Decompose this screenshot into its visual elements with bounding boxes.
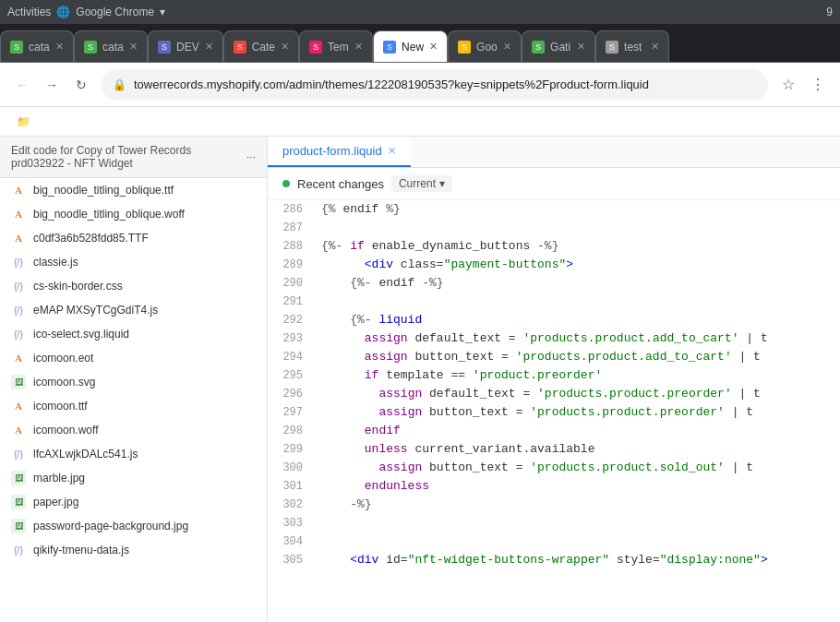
code-line: 298 endif xyxy=(268,422,840,440)
file-item[interactable]: 🖼 icomoon.svg xyxy=(0,370,267,394)
file-name: icomoon.eot xyxy=(33,352,93,365)
file-item[interactable]: {/} classie.js xyxy=(0,250,267,274)
file-item[interactable]: A icomoon.eot xyxy=(0,346,267,370)
browser-tab-tab9[interactable]: S test ✕ xyxy=(595,30,669,62)
address-bar[interactable]: 🔒 towerrecords.myshopify.com/admin/theme… xyxy=(102,69,768,101)
sidebar-header: Edit code for Copy of Tower Records prd0… xyxy=(0,137,267,178)
tab-label: test xyxy=(624,41,645,54)
tab-close-icon[interactable]: ✕ xyxy=(503,41,511,53)
back-button[interactable]: ← xyxy=(9,72,35,98)
tab-label: DEV xyxy=(176,41,199,54)
line-code[interactable]: {%- if enable_dynamic_buttons -%} xyxy=(314,237,840,256)
line-number: 298 xyxy=(268,422,314,440)
current-button[interactable]: Current ▾ xyxy=(391,175,452,192)
line-code[interactable]: assign button_text = 'products.product.s… xyxy=(314,459,840,477)
file-list: A big_noodle_titling_oblique.ttf A big_n… xyxy=(0,178,267,562)
file-item[interactable]: A big_noodle_titling_oblique.woff xyxy=(0,202,267,226)
file-name: big_noodle_titling_oblique.woff xyxy=(33,208,185,221)
file-name: qikify-tmenu-data.js xyxy=(33,544,129,556)
file-item[interactable]: 🖼 paper.jpg xyxy=(0,490,267,514)
tab-close-icon[interactable]: ✕ xyxy=(55,41,64,53)
browser-tab-tab1[interactable]: S cata ✕ xyxy=(0,30,74,62)
tab-bar: S cata ✕ S cata ✕ S DEV ✕ S Cate ✕ S Tem… xyxy=(0,24,840,63)
code-line: 292 {%- liquid xyxy=(268,311,840,329)
image-icon: 🖼 xyxy=(11,375,26,389)
browser-tab-tab2[interactable]: S cata ✕ xyxy=(74,30,148,62)
line-number: 292 xyxy=(268,311,314,329)
line-code[interactable]: {%- endif -%} xyxy=(314,274,840,293)
dropdown-icon[interactable]: ▾ xyxy=(160,6,165,18)
chrome-toolbar: ← → ↻ 🔒 towerrecords.myshopify.com/admin… xyxy=(0,63,840,107)
line-code[interactable]: assign default_text = 'products.product.… xyxy=(314,329,840,348)
file-name: lfcAXLwjkDALc541.js xyxy=(33,448,138,461)
tab-close-icon[interactable]: ✕ xyxy=(281,41,289,53)
tab-close-icon[interactable]: ✕ xyxy=(429,41,438,53)
activities-label[interactable]: Activities xyxy=(7,6,51,18)
line-code[interactable]: if template == 'product.preorder' xyxy=(314,366,840,385)
code-icon: {/} xyxy=(11,447,26,461)
line-code[interactable]: {% endif %} xyxy=(314,200,840,219)
file-item[interactable]: 🖼 password-page-background.jpg xyxy=(0,514,267,538)
line-number: 289 xyxy=(268,256,314,274)
tab-close-icon[interactable]: ✕ xyxy=(129,41,138,53)
line-number: 295 xyxy=(268,366,314,385)
tab-close-icon[interactable]: ✕ xyxy=(577,41,585,53)
browser-tab-tab5[interactable]: S Tem ✕ xyxy=(299,30,373,62)
file-item[interactable]: {/} lfcAXLwjkDALc541.js xyxy=(0,442,267,466)
file-item[interactable]: {/} cs-skin-border.css xyxy=(0,274,267,298)
tab-favicon: S xyxy=(606,41,618,54)
line-code[interactable]: endunless xyxy=(314,477,840,496)
line-number: 288 xyxy=(268,237,314,256)
file-item[interactable]: 🖼 marble.jpg xyxy=(0,466,267,490)
line-code[interactable]: {%- liquid xyxy=(314,311,840,329)
code-icon: {/} xyxy=(11,327,26,341)
tab-close-icon[interactable]: ✕ xyxy=(354,41,363,53)
file-item[interactable]: {/} eMAP MXSyTCgGdiT4.js xyxy=(0,298,267,322)
code-line: 304 xyxy=(268,532,840,551)
tab-favicon: S xyxy=(84,41,97,54)
editor-tab-close-icon[interactable]: ✕ xyxy=(388,145,396,157)
browser-tab-tab8[interactable]: S Gati ✕ xyxy=(522,30,595,62)
forward-button[interactable]: → xyxy=(39,72,65,98)
tab-close-icon[interactable]: ✕ xyxy=(651,41,659,53)
bookmark-icon: 📁 xyxy=(17,115,30,128)
file-name: classie.js xyxy=(33,256,78,269)
file-item[interactable]: {/} ico-select.svg.liquid xyxy=(0,322,267,346)
line-code[interactable]: unless current_variant.available xyxy=(314,440,840,459)
tab-label: New xyxy=(402,41,424,54)
line-code[interactable]: assign default_text = 'products.product.… xyxy=(314,385,840,403)
bookmark-star-button[interactable]: ☆ xyxy=(775,72,801,98)
tab-favicon: S xyxy=(158,41,171,54)
line-code[interactable]: <div id="nft-widget-buttons-wrapper" sty… xyxy=(314,551,840,569)
file-item[interactable]: A icomoon.ttf xyxy=(0,394,267,418)
extensions-button[interactable]: ⋮ xyxy=(805,72,831,98)
code-editor[interactable]: 286{% endif %}287288{%- if enable_dynami… xyxy=(268,200,840,622)
browser-tab-tab6[interactable]: S New ✕ xyxy=(373,30,448,62)
bookmark-item[interactable]: 📁 xyxy=(9,113,38,131)
browser-tab-tab4[interactable]: S Cate ✕ xyxy=(223,30,299,62)
file-item[interactable]: A icomoon.woff xyxy=(0,418,267,442)
file-name: icomoon.woff xyxy=(33,424,98,437)
file-item[interactable]: A big_noodle_titling_oblique.ttf xyxy=(0,178,267,202)
file-item[interactable]: A c0df3a6b528fdd85.TTF xyxy=(0,226,267,250)
editor-tab-product-form[interactable]: product-form.liquid ✕ xyxy=(268,137,411,167)
code-icon: {/} xyxy=(11,255,26,269)
reload-button[interactable]: ↻ xyxy=(68,72,94,98)
file-item[interactable]: {/} qikify-tmenu-data.js xyxy=(0,538,267,562)
line-code[interactable]: -%} xyxy=(314,496,840,514)
line-code[interactable]: assign button_text = 'products.product.p… xyxy=(314,403,840,422)
browser-tab-tab7[interactable]: S Goo ✕ xyxy=(448,30,522,62)
code-line: 295 if template == 'product.preorder' xyxy=(268,366,840,385)
line-code[interactable]: <div class="payment-buttons"> xyxy=(314,256,840,274)
browser-tab-tab3[interactable]: S DEV ✕ xyxy=(148,30,223,62)
image-icon: 🖼 xyxy=(11,495,26,509)
tab-close-icon[interactable]: ✕ xyxy=(205,41,213,53)
bookmarks-bar: 📁 xyxy=(0,107,840,137)
line-code[interactable]: assign button_text = 'products.product.a… xyxy=(314,348,840,366)
current-dropdown-icon: ▾ xyxy=(439,177,445,190)
file-name: password-page-background.jpg xyxy=(33,520,188,532)
font-icon: A xyxy=(11,231,26,245)
file-name: big_noodle_titling_oblique.ttf xyxy=(33,184,174,197)
line-code[interactable]: endif xyxy=(314,422,840,440)
sidebar-menu-button[interactable]: ··· xyxy=(246,150,256,163)
